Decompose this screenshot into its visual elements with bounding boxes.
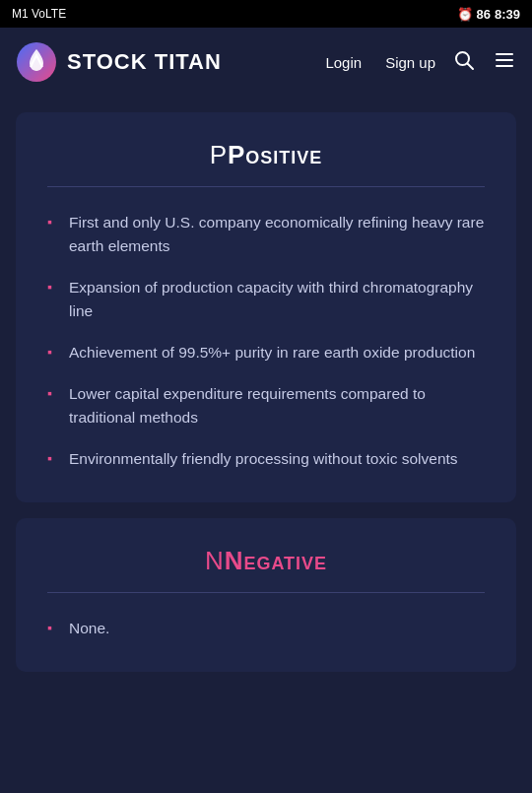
svg-rect-5 — [496, 65, 513, 67]
negative-divider — [47, 592, 485, 593]
nav-links: Login Sign up — [325, 54, 435, 71]
positive-divider — [47, 186, 485, 187]
negative-list: None. — [47, 617, 485, 640]
positive-list-item: Environmentally friendly processing with… — [47, 447, 485, 471]
positive-list: First and only U.S. company economically… — [47, 211, 485, 471]
battery-label: 86 — [477, 7, 491, 22]
nav-icons — [453, 48, 516, 76]
main-content: PPositive First and only U.S. company ec… — [0, 97, 532, 672]
logo-area: STOCK TITAN — [16, 41, 325, 83]
positive-list-item: Expansion of production capacity with th… — [47, 276, 485, 323]
alarm-icon: ⏰ — [457, 7, 473, 22]
negative-list-item: None. — [47, 617, 485, 640]
time-label: 8:39 — [495, 7, 520, 22]
positive-title: PPositive — [47, 140, 485, 170]
positive-list-item: First and only U.S. company economically… — [47, 211, 485, 258]
login-link[interactable]: Login — [325, 54, 362, 71]
negative-title: NNegative — [47, 546, 485, 576]
positive-card: PPositive First and only U.S. company ec… — [16, 112, 516, 502]
positive-list-item: Lower capital expenditure requirements c… — [47, 382, 485, 430]
svg-rect-4 — [496, 59, 513, 61]
status-bar: M1 VoLTE ⏰ 86 8:39 — [0, 0, 532, 28]
positive-list-item: Achievement of 99.5%+ purity in rare ear… — [47, 341, 485, 364]
status-left: M1 VoLTE — [12, 7, 66, 21]
navbar: STOCK TITAN Login Sign up — [0, 28, 532, 97]
search-icon[interactable] — [453, 49, 475, 76]
menu-icon[interactable] — [493, 48, 516, 76]
logo-icon — [16, 41, 57, 83]
svg-rect-3 — [496, 53, 513, 55]
negative-card: NNegative None. — [16, 518, 516, 672]
logo-text: STOCK TITAN — [67, 49, 222, 75]
svg-line-2 — [468, 63, 474, 69]
status-right: ⏰ 86 8:39 — [457, 7, 521, 22]
carrier-label: M1 VoLTE — [12, 7, 66, 21]
signup-link[interactable]: Sign up — [385, 54, 435, 71]
